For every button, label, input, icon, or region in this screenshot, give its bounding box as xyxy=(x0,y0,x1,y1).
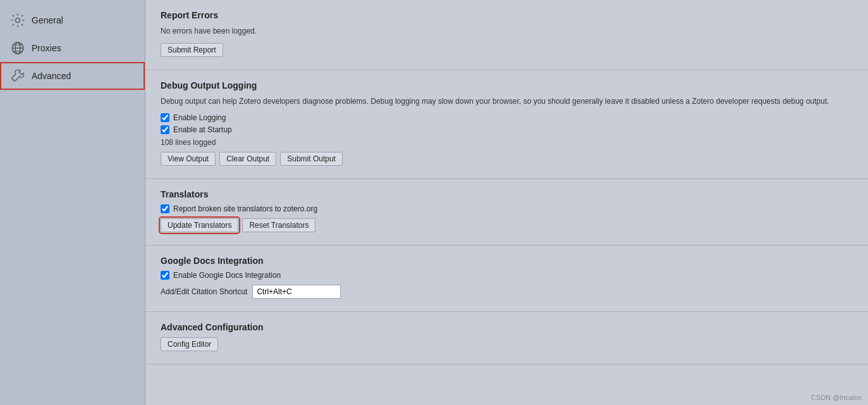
footer-watermark: CSDN @Incalos xyxy=(811,394,862,401)
submit-output-button[interactable]: Submit Output xyxy=(280,152,343,166)
main-content: Report Errors No errors have been logged… xyxy=(145,0,868,405)
lines-logged-info: 108 lines logged xyxy=(161,138,853,147)
report-broken-checkbox[interactable] xyxy=(161,204,169,213)
report-errors-buttons: Submit Report xyxy=(161,43,853,57)
shortcut-label: Add/Edit Citation Shortcut xyxy=(161,287,247,296)
update-translators-button[interactable]: Update Translators xyxy=(161,218,238,232)
wrench-icon xyxy=(10,68,25,84)
config-editor-button[interactable]: Config Editor xyxy=(161,337,218,351)
enable-logging-checkbox[interactable] xyxy=(161,113,169,122)
report-broken-label: Report broken site translators to zotero… xyxy=(173,204,317,213)
enable-gdocs-label: Enable Google Docs Integration xyxy=(173,271,281,280)
debug-output-title: Debug Output Logging xyxy=(161,80,853,90)
shortcut-row: Add/Edit Citation Shortcut xyxy=(161,285,853,299)
advanced-config-title: Advanced Configuration xyxy=(161,322,853,332)
sidebar-item-label-advanced: Advanced xyxy=(32,71,71,81)
sidebar-item-label-general: General xyxy=(32,15,63,25)
report-broken-row: Report broken site translators to zotero… xyxy=(161,204,853,213)
shortcut-input[interactable] xyxy=(252,285,341,299)
view-output-button[interactable]: View Output xyxy=(161,152,216,166)
enable-startup-checkbox[interactable] xyxy=(161,125,169,134)
svg-point-0 xyxy=(16,18,20,23)
enable-startup-row: Enable at Startup xyxy=(161,125,853,134)
translators-title: Translators xyxy=(161,189,853,199)
gear-icon xyxy=(10,13,25,28)
sidebar-item-proxies[interactable]: Proxies xyxy=(0,34,145,62)
debug-output-section: Debug Output Logging Debug output can he… xyxy=(145,70,868,179)
google-docs-title: Google Docs Integration xyxy=(161,256,853,266)
svg-point-6 xyxy=(13,80,15,81)
enable-logging-row: Enable Logging xyxy=(161,113,853,122)
reset-translators-button[interactable]: Reset Translators xyxy=(242,218,315,232)
report-errors-title: Report Errors xyxy=(161,10,853,20)
sidebar-item-general[interactable]: General xyxy=(0,6,145,34)
translators-buttons: Update Translators Reset Translators xyxy=(161,218,853,232)
translators-section: Translators Report broken site translato… xyxy=(145,179,868,246)
globe-icon xyxy=(10,40,25,56)
sidebar: General Proxies Advanced xyxy=(0,0,145,405)
enable-startup-label: Enable at Startup xyxy=(173,125,232,134)
enable-gdocs-checkbox[interactable] xyxy=(161,271,169,280)
submit-report-button[interactable]: Submit Report xyxy=(161,43,223,57)
enable-gdocs-row: Enable Google Docs Integration xyxy=(161,271,853,280)
google-docs-section: Google Docs Integration Enable Google Do… xyxy=(145,246,868,312)
debug-output-description: Debug output can help Zotero developers … xyxy=(161,96,853,107)
clear-output-button[interactable]: Clear Output xyxy=(219,152,276,166)
advanced-config-buttons: Config Editor xyxy=(161,337,853,351)
sidebar-item-label-proxies: Proxies xyxy=(32,43,61,53)
sidebar-item-advanced[interactable]: Advanced xyxy=(0,62,145,90)
advanced-config-section: Advanced Configuration Config Editor xyxy=(145,312,868,364)
debug-output-buttons: View Output Clear Output Submit Output xyxy=(161,152,853,166)
report-errors-description: No errors have been logged. xyxy=(161,25,853,37)
enable-logging-label: Enable Logging xyxy=(173,113,226,122)
report-errors-section: Report Errors No errors have been logged… xyxy=(145,0,868,70)
